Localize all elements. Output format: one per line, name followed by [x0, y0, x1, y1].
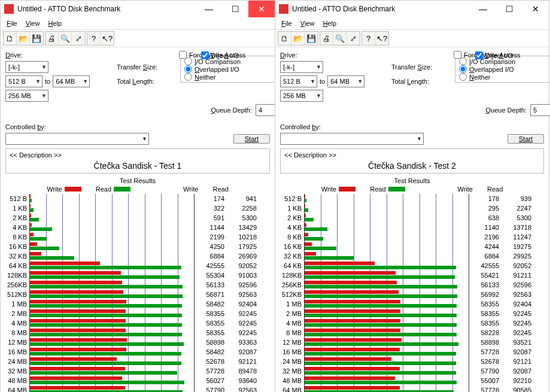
write-value: 56992	[469, 290, 502, 299]
write-value: 57790	[469, 366, 502, 376]
select[interactable]: [-k-]▼	[5, 61, 48, 73]
whatsthis-icon[interactable]: ↖?	[101, 32, 114, 45]
menu-view[interactable]: View	[22, 19, 44, 28]
close-button[interactable]: ✕	[522, 1, 549, 17]
read-value: 19275	[502, 242, 534, 251]
zoom-icon[interactable]: ⤢	[72, 32, 85, 45]
menu-file[interactable]: File	[3, 19, 21, 28]
direct-io-checkbox[interactable]: Direct I/O	[475, 51, 513, 59]
legend: Write Read Write Read	[5, 186, 270, 193]
select[interactable]: ▼	[280, 133, 424, 145]
col-header-read: Read	[212, 186, 228, 193]
read-bar	[30, 218, 39, 221]
write-value: 56027	[195, 376, 227, 385]
save-icon[interactable]: 💾	[305, 32, 318, 45]
new-icon[interactable]: 🗋	[278, 32, 291, 45]
row-label: 128KB	[280, 271, 304, 280]
chevron-down-icon: ▼	[314, 64, 321, 70]
drive-label: Drive:	[280, 51, 388, 59]
select[interactable]: 256 MB▼	[5, 90, 48, 102]
bar-chart: 512 B 178 939 1 KB 295 2247 2 KB 63	[280, 194, 544, 392]
row-label: 128KB	[5, 271, 29, 280]
chevron-down-icon: ▼	[139, 136, 147, 142]
write-value: 58355	[195, 318, 227, 328]
start-button[interactable]: Start	[233, 134, 270, 144]
select[interactable]: ▼	[5, 133, 149, 145]
select[interactable]: [-k-]▼	[280, 61, 323, 73]
zoom-icon[interactable]: ⤢	[347, 32, 360, 45]
read-value: 13429	[227, 223, 259, 232]
app-icon	[4, 4, 14, 14]
read-value: 11247	[502, 232, 534, 242]
preview-icon[interactable]: 🔍	[333, 32, 347, 45]
menu-file[interactable]: File	[278, 19, 296, 28]
read-bar	[30, 333, 182, 336]
neither-radio[interactable]: Neither	[459, 73, 550, 81]
app-window: Untitled - ATTO Disk Benchmark — ☐ ✕ Fil…	[275, 0, 549, 392]
print-icon[interactable]: 🖨	[45, 32, 59, 45]
row-label: 24 MB	[280, 357, 304, 366]
description-box[interactable]: << Description >> Čtečka Sandisk - Test …	[5, 148, 270, 174]
write-bar	[305, 271, 396, 275]
description-box[interactable]: << Description >> Čtečka Sandisk - Test …	[280, 148, 544, 174]
help-icon[interactable]: ?	[362, 32, 375, 45]
select[interactable]: 512 B▼	[280, 75, 317, 87]
bar-cell	[304, 366, 469, 376]
write-value: 42555	[469, 261, 502, 271]
neither-radio[interactable]: Neither	[184, 73, 278, 81]
maximize-button[interactable]: ☐	[496, 1, 522, 17]
write-value: 58228	[469, 328, 502, 338]
legend: Write Read Write Read	[280, 186, 544, 193]
bar-cell	[304, 213, 469, 223]
read-bar	[30, 314, 182, 317]
bar-cell	[29, 376, 195, 385]
select[interactable]: 512 B▼	[5, 75, 42, 87]
bar-cell	[304, 271, 469, 280]
read-value: 5300	[502, 213, 534, 223]
open-icon[interactable]: 📂	[17, 32, 30, 45]
overlapped-io-radio[interactable]: Overlapped I/O	[184, 65, 278, 73]
save-icon[interactable]: 💾	[30, 32, 43, 45]
select[interactable]: 64 MB▼	[53, 75, 90, 87]
close-button[interactable]: ✕	[248, 1, 275, 17]
write-bar	[305, 357, 391, 361]
select[interactable]: 5▼	[530, 104, 550, 116]
menu-help[interactable]: Help	[319, 19, 340, 28]
read-value: 92121	[502, 357, 534, 366]
direct-io-checkbox[interactable]: Direct I/O	[201, 51, 239, 59]
bar-cell	[29, 366, 195, 376]
preview-icon[interactable]: 🔍	[59, 32, 72, 45]
maximize-button[interactable]: ☐	[222, 1, 248, 17]
chevron-down-icon: ▼	[39, 93, 47, 99]
bar-cell	[304, 376, 469, 385]
menu-view[interactable]: View	[297, 19, 318, 28]
minimize-button[interactable]: —	[470, 1, 496, 17]
open-icon[interactable]: 📂	[291, 32, 305, 45]
print-icon[interactable]: 🖨	[320, 32, 333, 45]
read-bar	[305, 381, 457, 384]
overlapped-io-radio[interactable]: Overlapped I/O	[459, 65, 550, 73]
write-value: 6884	[469, 251, 502, 261]
write-value: 58355	[195, 309, 227, 318]
drive-label: Drive:	[5, 51, 113, 59]
minimize-button[interactable]: —	[196, 1, 222, 17]
description-text: Čtečka Sandisk - Test 1	[10, 161, 266, 171]
whatsthis-icon[interactable]: ↖?	[375, 32, 388, 45]
col-header-write: Write	[458, 186, 473, 193]
queue-depth-label: Queue Depth:	[486, 107, 527, 114]
bar-cell	[304, 385, 469, 392]
help-icon[interactable]: ?	[87, 32, 101, 45]
col-header-read: Read	[487, 186, 503, 193]
select[interactable]: 64 MB▼	[327, 75, 364, 87]
write-value: 57728	[469, 347, 502, 357]
row-label: 16 MB	[5, 347, 29, 357]
io-mode-group: I/O Comparison Overlapped I/O Neither	[455, 56, 550, 83]
menu-help[interactable]: Help	[44, 19, 65, 28]
read-bar	[30, 361, 181, 365]
start-button[interactable]: Start	[508, 134, 544, 144]
write-value: 42555	[195, 261, 227, 271]
new-icon[interactable]: 🗋	[4, 32, 17, 45]
select[interactable]: 256 MB▼	[280, 90, 323, 102]
bar-cell	[29, 194, 195, 203]
window-title: Untitled - ATTO Disk Benchmark	[292, 5, 470, 13]
